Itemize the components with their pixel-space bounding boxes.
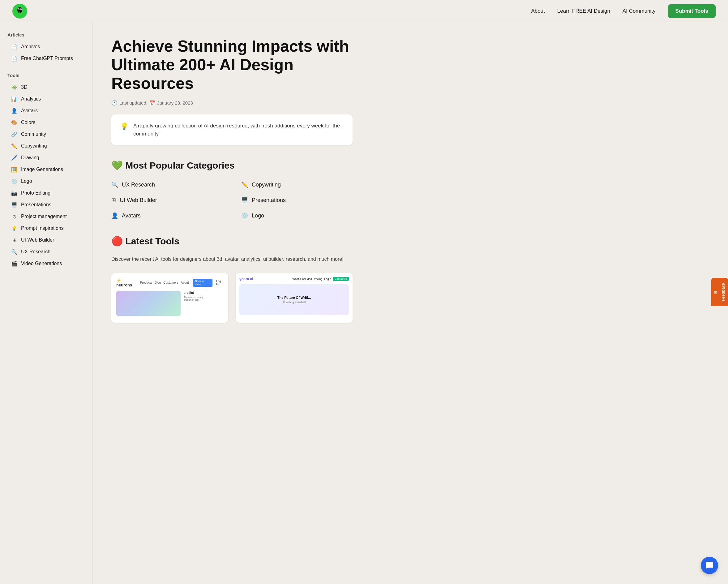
feedback-tab[interactable]: ✉ Feedback: [711, 278, 728, 306]
sidebar-item-ux-label: UX Research: [21, 249, 50, 255]
3d-icon: ✳️: [11, 84, 17, 90]
sidebar-item-prompt-inspirations[interactable]: 💡 Prompt Inspirations: [7, 223, 85, 234]
category-logo[interactable]: 💿 Logo: [241, 210, 353, 221]
avatars-cat-icon: 👤: [111, 212, 118, 219]
tool-card-neurons[interactable]: ⚡ neurons Products Blog Customers About …: [111, 273, 228, 323]
sidebar-item-chatgpt-prompts[interactable]: 📄 Free ChatGPT Prompts: [7, 53, 85, 64]
sidebar-articles-label: Articles: [7, 32, 85, 37]
submit-tools-button[interactable]: Submit Tools: [668, 4, 716, 18]
category-avatars[interactable]: 👤 Avatars: [111, 210, 223, 221]
sidebar-tools-label: Tools: [7, 73, 85, 78]
sidebar-item-photo-label: Photo Editing: [21, 190, 50, 196]
sidebar-item-copywriting[interactable]: ✏️ Copywriting: [7, 141, 85, 152]
colors-icon: 🎨: [11, 119, 17, 126]
category-presentations[interactable]: 🖥️ Presentations: [241, 195, 353, 205]
ux-research-cat-icon: 🔍: [111, 181, 118, 188]
category-logo-label: Logo: [252, 212, 264, 219]
ui-builder-icon: ⊞: [11, 237, 17, 243]
neurons-demo-btn: Book a demo: [193, 279, 212, 287]
category-ux-research[interactable]: 🔍 UX Research: [111, 179, 223, 190]
sidebar-item-ui-builder-label: UI Web Builder: [21, 237, 54, 243]
logo-tool-icon: 💿: [11, 178, 17, 184]
tools-cards: ⚡ neurons Products Blog Customers About …: [111, 273, 353, 323]
sidebar-item-avatars[interactable]: 👤 Avatars: [7, 105, 85, 116]
sidebar-item-colors[interactable]: 🎨 Colors: [7, 117, 85, 128]
svg-point-5: [18, 9, 19, 9]
yaara-content: The Future Of Writi... AI writing assist…: [239, 284, 349, 315]
sidebar-item-community-label: Community: [21, 131, 46, 137]
ux-research-icon: 🔍: [11, 249, 17, 255]
yaara-title: The Future Of Writi...: [278, 296, 311, 299]
category-ui-label: UI Web Builder: [120, 197, 157, 204]
logo-area[interactable]: [12, 4, 27, 19]
sidebar-item-copywriting-label: Copywriting: [21, 143, 47, 149]
sidebar-item-presentations[interactable]: 🖥️ Presentations: [7, 199, 85, 210]
main-content: Achieve Stunning Impacts with Ultimate 2…: [93, 22, 371, 584]
sidebar-item-colors-label: Colors: [21, 120, 35, 125]
image-gen-icon: 🖼️: [11, 167, 17, 173]
tool-card-yaara[interactable]: yaara.ai What's included Pricing Login G…: [236, 273, 353, 323]
sidebar-item-archives[interactable]: 📄 Archives: [7, 41, 85, 52]
sidebar-item-3d[interactable]: ✳️ 3D: [7, 82, 85, 93]
sidebar-item-prompt-label: Prompt Inspirations: [21, 226, 64, 231]
sidebar-item-video-generations[interactable]: 🎬 Video Generations: [7, 258, 85, 269]
analytics-icon: 📊: [11, 96, 17, 102]
last-updated: 🕐 Last updated: 📅 January 28, 2023: [111, 100, 353, 106]
neurons-mock: ⚡ neurons Products Blog Customers About …: [111, 273, 228, 323]
sidebar-item-photo-editing[interactable]: 📷 Photo Editing: [7, 187, 85, 199]
copywriting-icon: ✏️: [11, 143, 17, 149]
bulb-icon: 💡: [120, 123, 128, 130]
neurons-text-area: predict AI-powered designprediction tool: [184, 291, 204, 318]
yaara-nav-right: What's included Pricing Login Get starte…: [292, 277, 349, 281]
neurons-content: predict AI-powered designprediction tool: [116, 291, 223, 318]
chatgpt-prompts-icon: 📄: [11, 55, 17, 61]
neurons-placeholder: [116, 291, 181, 316]
neurons-nav: ⚡ neurons Products Blog Customers About …: [116, 278, 223, 287]
neurons-card-image: ⚡ neurons Products Blog Customers About …: [111, 273, 228, 323]
ui-builder-cat-icon: ⊞: [111, 197, 116, 204]
presentations-cat-icon: 🖥️: [241, 197, 248, 204]
project-mgmt-icon: ⊙: [11, 213, 17, 220]
feedback-label: Feedback: [721, 283, 726, 301]
sidebar-item-analytics[interactable]: 📊 Analytics: [7, 94, 85, 105]
nav-about[interactable]: About: [531, 8, 545, 14]
yaara-nav: yaara.ai What's included Pricing Login G…: [239, 277, 349, 281]
sidebar-item-community[interactable]: 🔗 Community: [7, 129, 85, 140]
category-copywriting[interactable]: ✏️ Copywriting: [241, 179, 353, 190]
last-updated-label: Last updated:: [120, 100, 148, 105]
sidebar-item-chatgpt-label: Free ChatGPT Prompts: [21, 56, 73, 61]
sidebar-item-ux-research[interactable]: 🔍 UX Research: [7, 246, 85, 257]
info-box: 💡 A rapidly growing collection of AI des…: [111, 115, 353, 145]
nav-learn[interactable]: Learn FREE AI Design: [557, 8, 610, 14]
logo-cat-icon: 💿: [241, 212, 248, 219]
sidebar-item-analytics-label: Analytics: [21, 96, 41, 102]
sidebar-item-video-label: Video Generations: [21, 261, 62, 266]
category-presentations-label: Presentations: [252, 197, 286, 204]
sidebar-item-image-generations[interactable]: 🖼️ Image Generations: [7, 164, 85, 175]
sidebar-item-ui-web-builder[interactable]: ⊞ UI Web Builder: [7, 234, 85, 246]
chat-icon: [705, 561, 714, 570]
page-title: Achieve Stunning Impacts with Ultimate 2…: [111, 37, 353, 93]
chat-button[interactable]: [701, 557, 718, 574]
calendar-icon: 📅: [149, 100, 155, 106]
sidebar-item-drawing[interactable]: 🖊️ Drawing: [7, 152, 85, 163]
feedback-icon: ✉: [714, 290, 719, 295]
sidebar-item-logo[interactable]: 💿 Logo: [7, 176, 85, 187]
sidebar-item-image-gen-label: Image Generations: [21, 167, 63, 172]
community-icon: 🔗: [11, 131, 17, 137]
latest-tools-heading: 🔴 Latest Tools: [111, 236, 353, 247]
sidebar-item-presentations-label: Presentations: [21, 202, 51, 207]
neurons-logo: ⚡ neurons: [116, 278, 136, 287]
yaara-mock: yaara.ai What's included Pricing Login G…: [236, 273, 353, 323]
sidebar-item-avatars-label: Avatars: [21, 108, 38, 113]
yaara-started-btn: Get started: [333, 277, 349, 281]
neurons-nav-items: Products Blog Customers About: [140, 281, 189, 284]
header: About Learn FREE AI Design AI Community …: [0, 0, 728, 22]
sidebar-item-3d-label: 3D: [21, 84, 27, 90]
logo-icon: [12, 4, 27, 19]
sidebar-item-project-management[interactable]: ⊙ Project management: [7, 211, 85, 222]
avatars-icon: 👤: [11, 108, 17, 114]
svg-point-6: [20, 9, 21, 9]
category-ui-builder[interactable]: ⊞ UI Web Builder: [111, 195, 223, 205]
nav-community[interactable]: AI Community: [623, 8, 656, 14]
